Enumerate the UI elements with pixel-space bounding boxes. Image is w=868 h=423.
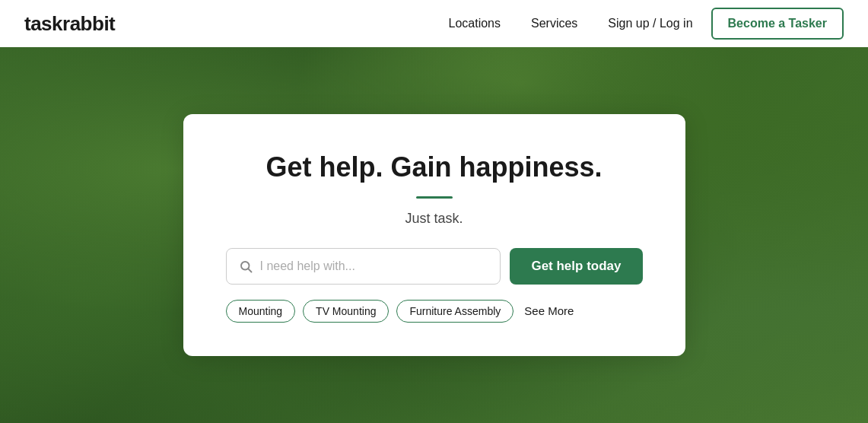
tag-chip-mounting[interactable]: Mounting [226, 300, 296, 323]
locations-nav-link[interactable]: Locations [436, 11, 513, 37]
header: taskrabbit Locations Services Sign up / … [0, 0, 868, 47]
hero-card: Get help. Gain happiness. Just task. Get… [183, 114, 685, 355]
services-nav-link[interactable]: Services [519, 11, 590, 37]
svg-line-1 [248, 269, 251, 272]
search-input[interactable] [260, 249, 488, 284]
tag-chip-furniture-assembly[interactable]: Furniture Assembly [396, 300, 513, 323]
search-button[interactable]: Get help today [510, 248, 642, 285]
hero-section: Get help. Gain happiness. Just task. Get… [0, 47, 868, 423]
logo[interactable]: taskrabbit [24, 12, 115, 36]
become-tasker-button[interactable]: Become a Tasker [711, 8, 844, 40]
tag-chip-tv-mounting[interactable]: TV Mounting [303, 300, 389, 323]
search-icon [239, 259, 253, 273]
hero-title: Get help. Gain happiness. [226, 151, 643, 183]
search-input-wrapper [226, 248, 501, 285]
hero-divider [416, 196, 453, 199]
see-more-link[interactable]: See More [524, 304, 574, 317]
hero-subtitle: Just task. [226, 211, 643, 227]
nav: Locations Services Sign up / Log in Beco… [436, 8, 844, 40]
signup-nav-link[interactable]: Sign up / Log in [596, 11, 704, 37]
search-container: Get help today [226, 248, 643, 285]
quick-tags: Mounting TV Mounting Furniture Assembly … [226, 300, 643, 323]
